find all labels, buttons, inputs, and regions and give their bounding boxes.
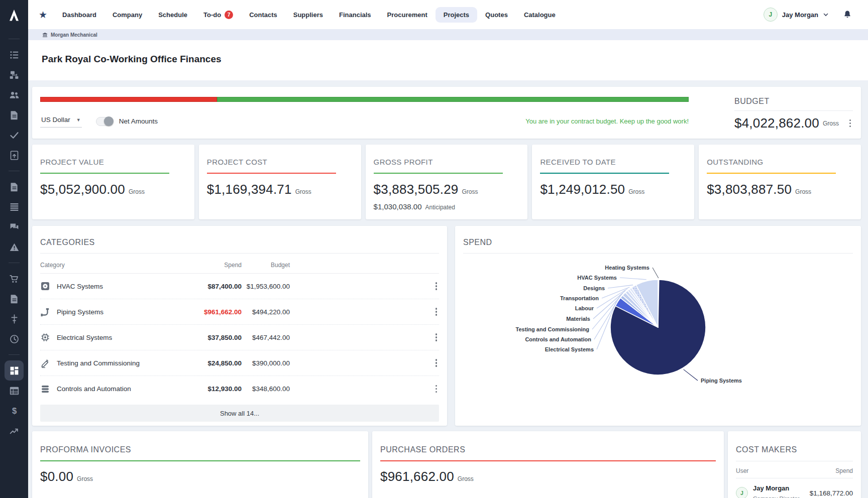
sidebar-item-chat-icon[interactable] — [5, 217, 24, 237]
col-spend: Spend — [186, 262, 242, 269]
kpi-label: OUTSTANDING — [707, 158, 853, 166]
kpi-unit: Gross — [462, 188, 478, 195]
kpi-label: GROSS PROFIT — [374, 158, 520, 166]
sidebar-item-document-icon[interactable] — [5, 289, 24, 309]
kpi-accent-line — [40, 173, 169, 174]
nav-item-catalogue[interactable]: Catalogue — [516, 7, 564, 23]
kpi-label: PROJECT COST — [207, 158, 353, 166]
cost-maker-role: Company Director — [753, 495, 800, 498]
testing-icon — [40, 358, 50, 368]
pie-label-electrical-systems: Electrical Systems — [545, 346, 594, 352]
nav-item-procurement[interactable]: Procurement — [379, 7, 436, 23]
budget-progress-spent — [40, 97, 217, 102]
pie-label-heating-systems: Heating Systems — [605, 265, 649, 271]
nav-item-projects[interactable]: Projects — [436, 7, 477, 23]
spend-title: SPEND — [463, 238, 853, 247]
pie-label-materials: Materials — [566, 316, 590, 322]
cost-maker-row-jay-morgan: JJay MorganCompany Director$1,168,772.00 — [736, 483, 853, 498]
sidebar-item-document-icon[interactable] — [5, 105, 24, 125]
proforma-title: PROFORMA INVOICES — [40, 445, 360, 454]
show-all-button[interactable]: Show all 14... — [40, 405, 439, 422]
pie-leader-line — [684, 369, 698, 381]
budget-kebab-menu-icon[interactable] — [847, 117, 853, 130]
kpi-accent-line — [707, 173, 836, 174]
page-title: Park Royal Co-Working Office Finances — [42, 54, 868, 65]
avatar: J — [764, 8, 778, 22]
nav-items: DashboardCompanyScheduleTo-do7ContactsSu… — [54, 7, 564, 23]
budget-progress-bar — [40, 97, 689, 102]
sidebar-item-dollar-icon[interactable]: $ — [5, 401, 24, 421]
kpi-unit: Gross — [129, 188, 145, 195]
kpi-card-received-to-date: RECEIVED TO DATE$1,249,012.50Gross — [532, 145, 694, 219]
sidebar-item-cart-icon[interactable] — [5, 269, 24, 289]
budget-summary: BUDGET $4,022,862.00 Gross — [734, 97, 853, 139]
budget-value: $4,022,862.00 — [734, 115, 819, 131]
categories-table-body: HVAC Systems$87,400.00$1,953,600.00Pipin… — [40, 274, 439, 402]
user-name: Jay Morgan — [782, 11, 818, 19]
budget-card: US Dollar ▼ Net Amounts You are in your … — [32, 87, 861, 139]
title-band: Park Royal Co-Working Office Finances — [28, 40, 868, 80]
archdesk-logo-icon[interactable] — [0, 0, 28, 29]
kpi-accent-line — [540, 173, 669, 174]
pie-label-transportation: Transportation — [560, 295, 599, 301]
nav-item-to-do[interactable]: To-do7 — [195, 7, 241, 23]
breadcrumb: Morgan Mechanical — [28, 29, 868, 40]
sidebar-item-clock-icon[interactable] — [5, 329, 24, 349]
sidebar-item-align-center-icon[interactable] — [5, 309, 24, 329]
kpi-row: PROJECT VALUE$5,052,900.00GrossPROJECT C… — [32, 145, 861, 219]
category-spend: $37,850.00 — [186, 334, 242, 341]
kpi-card-project-cost: PROJECT COST$1,169,394.71Gross — [199, 145, 361, 219]
pie-label-labour: Labour — [575, 305, 594, 311]
breadcrumb-company[interactable]: Morgan Mechanical — [51, 32, 97, 38]
kpi-unit: Gross — [628, 188, 644, 195]
kpi-unit: Gross — [795, 188, 811, 195]
nav-item-company[interactable]: Company — [104, 7, 150, 23]
nav-item-suppliers[interactable]: Suppliers — [285, 7, 331, 23]
kpi-card-project-value: PROJECT VALUE$5,052,900.00Gross — [32, 145, 194, 219]
category-spend: $12,930.00 — [186, 385, 242, 393]
kpi-value: $1,249,012.50 — [540, 182, 625, 197]
category-row-kebab-menu-icon[interactable] — [433, 383, 440, 395]
favorites-star-icon[interactable]: ★ — [39, 10, 47, 20]
svg-text:$: $ — [12, 406, 16, 415]
nav-item-dashboard[interactable]: Dashboard — [54, 7, 104, 23]
category-row-kebab-menu-icon[interactable] — [433, 306, 440, 318]
sidebar-item-file-upload-icon[interactable] — [5, 145, 24, 165]
category-row-kebab-menu-icon[interactable] — [433, 331, 440, 343]
net-amounts-toggle[interactable] — [96, 117, 113, 126]
category-row-kebab-menu-icon[interactable] — [433, 280, 440, 292]
chevron-down-icon — [823, 12, 829, 18]
sidebar-item-rows-icon[interactable] — [5, 197, 24, 217]
nav-item-contacts[interactable]: Contacts — [241, 7, 285, 23]
category-row-kebab-menu-icon[interactable] — [433, 357, 440, 369]
nav-item-quotes[interactable]: Quotes — [477, 7, 516, 23]
cost-maker-name: Jay Morgan — [753, 484, 789, 492]
sidebar-item-document-icon[interactable] — [5, 177, 24, 197]
sidebar-item-warning-icon[interactable] — [5, 237, 24, 257]
category-name: HVAC Systems — [57, 283, 103, 290]
category-spend: $87,400.00 — [186, 283, 242, 290]
nav-item-financials[interactable]: Financials — [331, 7, 379, 23]
sidebar-item-table-icon[interactable] — [5, 381, 24, 401]
notifications-bell-icon[interactable] — [842, 10, 852, 20]
sidebar-item-users-icon[interactable] — [5, 85, 24, 105]
nav-item-schedule[interactable]: Schedule — [150, 7, 195, 23]
currency-select[interactable]: US Dollar ▼ — [40, 115, 82, 128]
kpi-label: RECEIVED TO DATE — [540, 158, 686, 166]
budget-progress-remaining — [217, 97, 689, 102]
purchase-title: PURCHASE ORDERS — [380, 445, 716, 454]
sidebar-item-sitemap-icon[interactable] — [5, 65, 24, 85]
categories-card: CATEGORIES Category Spend Budget HVAC Sy… — [32, 226, 447, 426]
kpi-card-gross-profit: GROSS PROFIT$3,883,505.29Gross$1,030,038… — [366, 145, 528, 219]
bank-icon — [42, 32, 48, 38]
sidebar-item-check-icon[interactable] — [5, 125, 24, 145]
caret-down-icon: ▼ — [76, 117, 81, 122]
kpi-card-outstanding: OUTSTANDING$3,803,887.50Gross — [699, 145, 861, 219]
sidebar-item-dashboard-icon[interactable] — [5, 360, 24, 381]
sidebar-item-list-icon[interactable] — [5, 45, 24, 65]
user-menu[interactable]: J Jay Morgan — [764, 8, 829, 22]
category-budget: $494,220.00 — [242, 308, 290, 316]
sidebar-item-trending-up-icon[interactable] — [5, 421, 24, 441]
controls-icon — [40, 384, 50, 394]
col-user-spend: Spend — [835, 467, 853, 474]
